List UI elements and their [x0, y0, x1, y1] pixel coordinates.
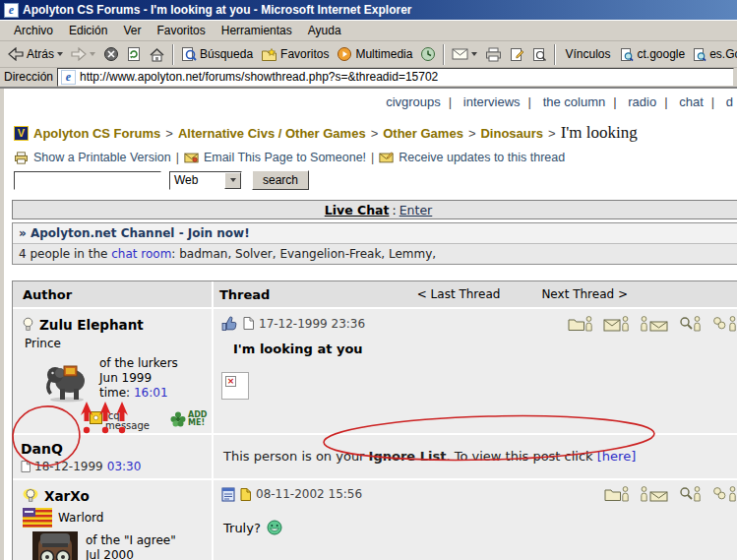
menu-favoritos[interactable]: Favoritos [149, 22, 213, 39]
search-button[interactable]: search [252, 170, 309, 190]
menu-edicion[interactable]: Edición [61, 22, 115, 39]
search-input[interactable] [14, 171, 161, 190]
icq-status[interactable]: icq message [90, 411, 154, 431]
channel-join-link[interactable]: » Apolyton.net Channel - Join now! [13, 223, 737, 243]
search-toolbar-button[interactable]: Búsqueda [177, 43, 257, 66]
buddy-list-icon[interactable] [712, 316, 737, 332]
icq-message-label[interactable]: icq message [105, 411, 154, 431]
post-time-link[interactable]: 16:01 [134, 386, 168, 400]
mail-dropdown-icon[interactable] [471, 52, 477, 56]
page-ie-icon: e [61, 70, 76, 85]
email-user-icon[interactable] [603, 316, 630, 332]
author-rank: Prince [13, 333, 212, 350]
updates-icon [379, 152, 394, 163]
ie-logo-icon: e [4, 3, 19, 18]
custom-title: of the "I agree" [86, 533, 176, 548]
nav-radio[interactable]: radio [628, 94, 656, 109]
link-es-google[interactable]: es.Go [689, 43, 737, 66]
private-message-icon[interactable] [640, 316, 669, 332]
search-scope-select[interactable]: Web [169, 171, 242, 190]
nav-civgroups[interactable]: civgroups [386, 94, 441, 109]
menu-herramientas[interactable]: Herramientas [214, 22, 300, 39]
back-button[interactable]: Atrás [4, 43, 67, 66]
crumb-other-games[interactable]: Other Games [383, 126, 463, 141]
stop-button[interactable] [99, 43, 123, 66]
page-actions: Show a Printable Version | Email This Pa… [14, 151, 737, 164]
link-ct-google[interactable]: ct.google [616, 43, 689, 66]
history-button[interactable] [416, 43, 440, 66]
nav-the-column[interactable]: the column [543, 94, 606, 109]
private-message-icon[interactable] [640, 486, 669, 502]
post-cell-zulu: 17-12-1999 23:36 I'm looking at you × [214, 309, 737, 433]
flag-icon [23, 508, 52, 528]
icq-add-me[interactable]: ADDME! [170, 411, 207, 427]
author-name[interactable]: DanQ [13, 435, 212, 457]
crumb-forums[interactable]: Apolyton CS Forums [33, 126, 160, 141]
menu-ver[interactable]: Ver [115, 22, 149, 39]
address-input[interactable]: e http://www.apolyton.net/forums/showthr… [57, 68, 734, 87]
forward-button[interactable] [67, 43, 99, 66]
profile-icon[interactable] [604, 486, 630, 502]
search-posts-icon[interactable] [679, 486, 703, 502]
next-thread-link[interactable]: Next Thread > [541, 287, 628, 301]
updates-link[interactable]: Receive updates to this thread [399, 151, 565, 164]
crumb-alt-civs[interactable]: Alternative Civs / Other Games [178, 126, 366, 141]
biggrin-smiley-icon [267, 520, 282, 535]
printable-link[interactable]: Show a Printable Version [33, 151, 171, 164]
preview-button[interactable] [528, 43, 551, 66]
edit-button[interactable] [506, 43, 528, 66]
forward-dropdown-icon[interactable] [90, 52, 95, 56]
author-name[interactable]: XarXo [44, 488, 90, 504]
post-time-link[interactable]: 03:30 [107, 460, 142, 473]
nav-chat[interactable]: chat [679, 94, 704, 109]
printer-icon [14, 152, 29, 164]
menu-ayuda[interactable]: Ayuda [300, 22, 349, 39]
menu-archivo[interactable]: Archivo [6, 22, 61, 39]
author-name[interactable]: Zulu Elephant [39, 317, 144, 333]
online-bulb-glow-icon [23, 488, 38, 504]
broken-image-icon: × [225, 376, 236, 387]
toolbar-separator [172, 44, 174, 65]
profile-icon[interactable] [568, 316, 593, 332]
live-chat-bar: Live Chat: Enter [12, 200, 737, 219]
nav-interviews[interactable]: interviews [463, 94, 521, 109]
icq-flower-icon [170, 411, 186, 427]
crumb-dinosaurs[interactable]: Dinosaurs [480, 126, 543, 141]
online-bulb-icon [23, 317, 33, 333]
post-row-zulu: Zulu Elephant Prince [13, 309, 737, 433]
preview-icon [532, 47, 547, 62]
print-button[interactable] [481, 43, 506, 66]
broken-image-placeholder: × [221, 372, 249, 400]
breadcrumb: V Apolyton CS Forums > Alternative Civs … [14, 123, 737, 143]
window-title: Apolyton CS Forums - I'm looking at you … [23, 3, 412, 17]
view-post-here-link[interactable]: [here] [597, 449, 636, 464]
mail-button[interactable] [448, 43, 481, 66]
refresh-icon [127, 46, 141, 62]
chat-room-link[interactable]: chat room [111, 247, 171, 261]
search-posts-icon[interactable] [679, 316, 703, 332]
print-icon [485, 47, 502, 62]
live-chat-enter-link[interactable]: Enter [399, 203, 433, 218]
post-page-icon [21, 461, 31, 472]
join-date: Jun 1999 [99, 371, 178, 386]
icq-icon [90, 411, 102, 424]
thread-title: I'm looking [561, 123, 638, 143]
post-row-danq: DanQ 18-12-1999 03:30 This person is on … [13, 435, 737, 478]
home-button[interactable] [145, 43, 169, 66]
address-url: http://www.apolyton.net/forums/showthrea… [80, 70, 438, 84]
title-bar: e Apolyton CS Forums - I'm looking at yo… [0, 0, 737, 20]
page-content: civgroups| interviews| the column| radio… [0, 89, 737, 560]
back-dropdown-icon[interactable] [57, 52, 63, 56]
xarxo-avatar [32, 531, 78, 560]
post-page-yellow-icon [240, 488, 251, 501]
last-thread-link[interactable]: < Last Thread [417, 287, 501, 301]
media-toolbar-button[interactable]: Multimedia [333, 43, 416, 66]
favorites-toolbar-button[interactable]: Favoritos [257, 43, 333, 66]
author-header: Author [13, 281, 212, 307]
buddy-list-icon[interactable] [712, 486, 737, 502]
refresh-button[interactable] [123, 43, 145, 66]
email-link[interactable]: Email This Page to Someone! [204, 151, 366, 164]
nav-cut-item[interactable]: d [726, 94, 733, 109]
post-body: Truly? [223, 521, 261, 535]
select-dropdown-icon[interactable] [224, 172, 241, 189]
